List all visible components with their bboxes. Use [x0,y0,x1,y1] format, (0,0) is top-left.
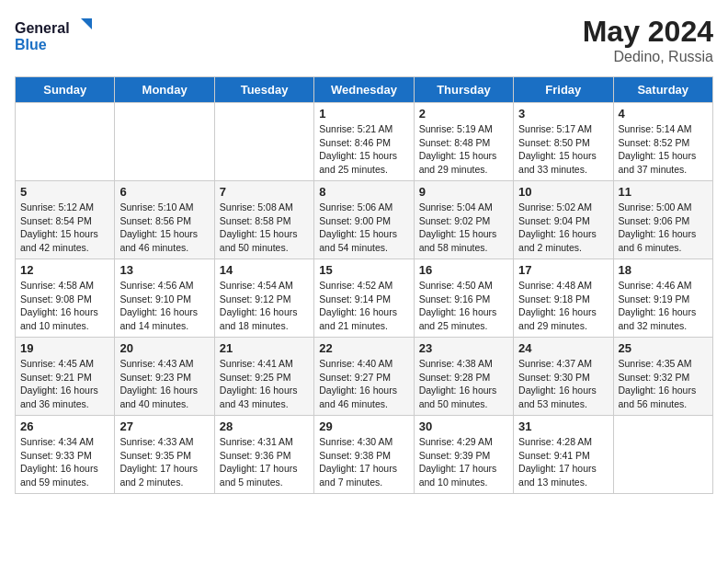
day-number: 19 [20,341,109,355]
day-number: 11 [619,185,708,199]
calendar-cell [115,103,214,181]
location: Dedino, Russia [583,49,713,65]
day-number: 16 [419,263,508,277]
logo: General Blue [15,15,97,55]
calendar-cell: 28Sunrise: 4:31 AM Sunset: 9:36 PM Dayli… [214,416,313,494]
day-info: Sunrise: 4:38 AM Sunset: 9:28 PM Dayligh… [419,357,508,411]
day-info: Sunrise: 4:54 AM Sunset: 9:12 PM Dayligh… [220,279,309,333]
day-info: Sunrise: 4:31 AM Sunset: 9:36 PM Dayligh… [220,435,309,489]
day-number: 8 [319,185,408,199]
calendar-cell: 31Sunrise: 4:28 AM Sunset: 9:41 PM Dayli… [514,416,613,494]
svg-text:General: General [15,20,70,36]
day-info: Sunrise: 4:28 AM Sunset: 9:41 PM Dayligh… [518,435,608,489]
day-info: Sunrise: 4:41 AM Sunset: 9:25 PM Dayligh… [220,357,309,411]
day-number: 17 [518,263,608,277]
weekday-header-tuesday: Tuesday [214,77,313,103]
weekday-header-thursday: Thursday [414,77,513,103]
day-number: 15 [319,263,408,277]
day-info: Sunrise: 4:30 AM Sunset: 9:38 PM Dayligh… [319,435,408,489]
month-year: May 2024 [583,15,713,49]
calendar-cell: 4Sunrise: 5:14 AM Sunset: 8:52 PM Daylig… [613,103,712,181]
title-block: May 2024 Dedino, Russia [583,15,713,65]
day-info: Sunrise: 4:48 AM Sunset: 9:18 PM Dayligh… [518,279,608,333]
day-number: 13 [119,263,209,277]
day-number: 2 [419,107,508,121]
week-row-3: 12Sunrise: 4:58 AM Sunset: 9:08 PM Dayli… [16,259,713,338]
day-info: Sunrise: 5:14 AM Sunset: 8:52 PM Dayligh… [619,122,708,177]
weekday-header-saturday: Saturday [613,77,712,103]
calendar-cell: 9Sunrise: 5:04 AM Sunset: 9:02 PM Daylig… [414,181,513,259]
day-number: 23 [419,341,508,355]
day-number: 28 [220,419,309,433]
day-info: Sunrise: 5:04 AM Sunset: 9:02 PM Dayligh… [419,201,508,255]
day-info: Sunrise: 4:37 AM Sunset: 9:30 PM Dayligh… [518,357,608,411]
calendar-cell: 22Sunrise: 4:40 AM Sunset: 9:27 PM Dayli… [314,338,414,416]
calendar-cell: 14Sunrise: 4:54 AM Sunset: 9:12 PM Dayli… [214,259,313,338]
day-number: 4 [619,107,708,121]
calendar-cell: 11Sunrise: 5:00 AM Sunset: 9:06 PM Dayli… [613,181,712,259]
calendar-cell: 5Sunrise: 5:12 AM Sunset: 8:54 PM Daylig… [16,181,115,259]
weekday-header-monday: Monday [115,77,214,103]
day-number: 22 [319,341,408,355]
calendar-cell: 24Sunrise: 4:37 AM Sunset: 9:30 PM Dayli… [514,338,613,416]
day-info: Sunrise: 5:02 AM Sunset: 9:04 PM Dayligh… [518,201,608,255]
day-info: Sunrise: 5:06 AM Sunset: 9:00 PM Dayligh… [319,201,408,255]
calendar-cell: 26Sunrise: 4:34 AM Sunset: 9:33 PM Dayli… [16,416,115,494]
calendar-cell: 17Sunrise: 4:48 AM Sunset: 9:18 PM Dayli… [514,259,613,338]
calendar-cell: 18Sunrise: 4:46 AM Sunset: 9:19 PM Dayli… [613,259,712,338]
day-number: 29 [319,419,408,433]
day-info: Sunrise: 4:50 AM Sunset: 9:16 PM Dayligh… [419,279,508,333]
calendar-cell: 13Sunrise: 4:56 AM Sunset: 9:10 PM Dayli… [115,259,214,338]
svg-text:Blue: Blue [15,37,47,52]
calendar-cell: 29Sunrise: 4:30 AM Sunset: 9:38 PM Dayli… [314,416,414,494]
day-info: Sunrise: 4:40 AM Sunset: 9:27 PM Dayligh… [319,357,408,411]
day-info: Sunrise: 5:19 AM Sunset: 8:48 PM Dayligh… [419,122,508,177]
day-number: 14 [220,263,309,277]
day-info: Sunrise: 4:45 AM Sunset: 9:21 PM Dayligh… [20,357,109,411]
week-row-1: 1Sunrise: 5:21 AM Sunset: 8:46 PM Daylig… [16,103,713,181]
day-number: 6 [119,185,209,199]
day-info: Sunrise: 4:46 AM Sunset: 9:19 PM Dayligh… [619,279,708,333]
day-number: 30 [419,419,508,433]
day-info: Sunrise: 5:08 AM Sunset: 8:58 PM Dayligh… [220,201,309,255]
svg-marker-2 [81,18,92,29]
page: General Blue May 2024 Dedino, Russia Sun… [0,0,728,509]
calendar-cell: 19Sunrise: 4:45 AM Sunset: 9:21 PM Dayli… [16,338,115,416]
day-info: Sunrise: 5:12 AM Sunset: 8:54 PM Dayligh… [20,201,109,255]
calendar-cell: 8Sunrise: 5:06 AM Sunset: 9:00 PM Daylig… [314,181,414,259]
day-number: 7 [220,185,309,199]
day-info: Sunrise: 4:33 AM Sunset: 9:35 PM Dayligh… [119,435,209,489]
calendar-cell: 10Sunrise: 5:02 AM Sunset: 9:04 PM Dayli… [514,181,613,259]
day-number: 31 [518,419,608,433]
day-number: 1 [319,107,408,121]
calendar-cell: 30Sunrise: 4:29 AM Sunset: 9:39 PM Dayli… [414,416,513,494]
calendar-table: SundayMondayTuesdayWednesdayThursdayFrid… [15,76,713,494]
calendar-cell: 7Sunrise: 5:08 AM Sunset: 8:58 PM Daylig… [214,181,313,259]
day-number: 27 [119,419,209,433]
calendar-cell: 27Sunrise: 4:33 AM Sunset: 9:35 PM Dayli… [115,416,214,494]
calendar-cell: 1Sunrise: 5:21 AM Sunset: 8:46 PM Daylig… [314,103,414,181]
day-number: 9 [419,185,508,199]
day-number: 5 [20,185,109,199]
day-number: 18 [619,263,708,277]
day-info: Sunrise: 4:34 AM Sunset: 9:33 PM Dayligh… [20,435,109,489]
calendar-cell: 2Sunrise: 5:19 AM Sunset: 8:48 PM Daylig… [414,103,513,181]
day-info: Sunrise: 4:58 AM Sunset: 9:08 PM Dayligh… [20,279,109,333]
weekday-header-sunday: Sunday [16,77,115,103]
day-info: Sunrise: 5:21 AM Sunset: 8:46 PM Dayligh… [319,122,408,177]
day-number: 12 [20,263,109,277]
day-info: Sunrise: 5:10 AM Sunset: 8:56 PM Dayligh… [119,201,209,255]
calendar-cell: 21Sunrise: 4:41 AM Sunset: 9:25 PM Dayli… [214,338,313,416]
weekday-header-row: SundayMondayTuesdayWednesdayThursdayFrid… [16,77,713,103]
day-number: 26 [20,419,109,433]
day-number: 20 [119,341,209,355]
calendar-cell: 3Sunrise: 5:17 AM Sunset: 8:50 PM Daylig… [514,103,613,181]
calendar-cell [613,416,712,494]
logo-svg: General Blue [15,15,97,55]
calendar-cell: 23Sunrise: 4:38 AM Sunset: 9:28 PM Dayli… [414,338,513,416]
calendar-cell [16,103,115,181]
calendar-cell: 25Sunrise: 4:35 AM Sunset: 9:32 PM Dayli… [613,338,712,416]
day-info: Sunrise: 5:17 AM Sunset: 8:50 PM Dayligh… [518,122,608,177]
week-row-4: 19Sunrise: 4:45 AM Sunset: 9:21 PM Dayli… [16,338,713,416]
day-info: Sunrise: 4:35 AM Sunset: 9:32 PM Dayligh… [619,357,708,411]
